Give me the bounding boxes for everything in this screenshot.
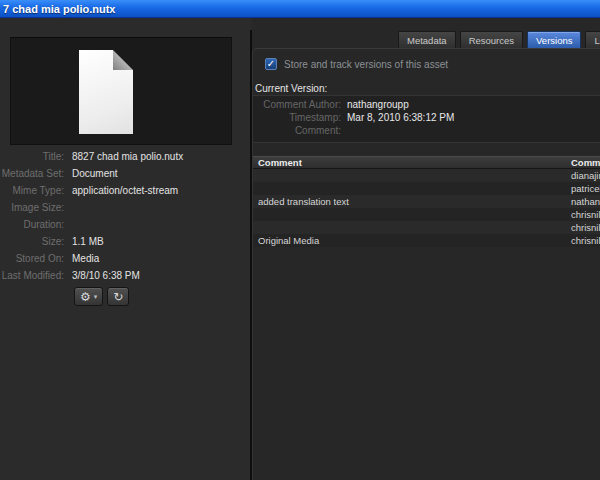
field-label: Size: <box>0 236 64 247</box>
versions-tab-content: ✓ Store and track versions of this asset… <box>252 48 600 480</box>
field-value: 8827 chad mia polio.nutx <box>72 151 183 162</box>
comment-label: Comment: <box>253 125 341 136</box>
timestamp-label: Timestamp: <box>253 112 341 123</box>
tab-resources[interactable]: Resources <box>460 31 523 48</box>
checkmark-icon: ✓ <box>267 59 275 69</box>
current-version-heading: Current Version: <box>255 83 327 94</box>
field-value: Media <box>72 253 99 264</box>
version-author: patriceb <box>571 183 600 194</box>
asset-actions: ⚙ ▾ ↻ <box>74 287 129 306</box>
field-title: Title: 8827 chad mia polio.nutx <box>0 148 250 165</box>
comment-author-label: Comment Author: <box>253 99 341 110</box>
comment-author-value: nathangroupp <box>347 99 409 110</box>
field-last-modified: Last Modified: 3/8/10 6:38 PM <box>0 267 250 284</box>
version-author: chrisnile <box>571 209 600 220</box>
gear-icon: ⚙ <box>80 290 91 304</box>
asset-summary-panel: Title: 8827 chad mia polio.nutx Metadata… <box>0 18 250 480</box>
field-value: Document <box>72 168 118 179</box>
page-fold-corner <box>113 50 133 70</box>
comment-author-row: Comment Author: nathangroupp <box>253 98 600 111</box>
track-versions-label: Store and track versions of this asset <box>284 59 448 70</box>
version-author: dianajime <box>571 170 600 181</box>
field-label: Image Size: <box>0 202 64 213</box>
versions-table: Comment Comment Author dianajime patrice… <box>253 156 600 247</box>
field-value: application/octet-stream <box>72 185 178 196</box>
comment-row: Comment: <box>253 124 600 137</box>
timestamp-row: Timestamp: Mar 8, 2010 6:38:12 PM <box>253 111 600 124</box>
version-row[interactable]: dianajime <box>253 169 600 182</box>
field-metadata-set: Metadata Set: Document <box>0 165 250 182</box>
document-icon <box>79 50 133 134</box>
column-header-comment-author[interactable]: Comment Author <box>571 157 600 168</box>
version-author: nathang <box>571 196 600 207</box>
metadata-summary: Title: 8827 chad mia polio.nutx Metadata… <box>0 148 250 284</box>
field-label: Last Modified: <box>0 270 64 281</box>
field-label: Duration: <box>0 219 64 230</box>
field-duration: Duration: <box>0 216 250 233</box>
version-comment: Original Media <box>253 235 571 246</box>
version-comment: added translation text <box>253 196 571 207</box>
current-version-box: Comment Author: nathangroupp Timestamp: … <box>253 95 600 143</box>
field-image-size: Image Size: <box>0 199 250 216</box>
asset-info-window: 7 chad mia polio.nutx Title: 8827 chad m… <box>0 0 600 480</box>
tab-versions[interactable]: Versions <box>527 31 581 48</box>
field-mime-type: Mime Type: application/octet-stream <box>0 182 250 199</box>
version-row[interactable]: chrisnile <box>253 208 600 221</box>
version-row[interactable]: patriceb <box>253 182 600 195</box>
column-header-comment[interactable]: Comment <box>253 157 571 168</box>
field-size: Size: 1.1 MB <box>0 233 250 250</box>
field-label: Title: <box>0 151 64 162</box>
version-row[interactable]: Original Media chrisnile <box>253 234 600 247</box>
chevron-down-icon: ▾ <box>94 293 98 301</box>
titlebar[interactable]: 7 chad mia polio.nutx <box>0 0 600 18</box>
field-stored-on: Stored On: Media <box>0 250 250 267</box>
version-author: chrisnile <box>571 235 600 246</box>
timestamp-value: Mar 8, 2010 6:38:12 PM <box>347 112 454 123</box>
track-versions-checkbox[interactable]: ✓ <box>265 58 277 70</box>
gear-menu-button[interactable]: ⚙ ▾ <box>74 287 103 306</box>
field-value: 3/8/10 6:38 PM <box>72 270 140 281</box>
refresh-button[interactable]: ↻ <box>107 287 129 306</box>
versions-table-header: Comment Comment Author <box>253 156 600 169</box>
tab-metadata[interactable]: Metadata <box>398 31 456 48</box>
field-label: Metadata Set: <box>0 168 64 179</box>
version-row[interactable]: added translation text nathang <box>253 195 600 208</box>
tab-bar: Metadata Resources Versions Locks <box>398 31 600 48</box>
window-body: Title: 8827 chad mia polio.nutx Metadata… <box>0 18 600 480</box>
field-value: 1.1 MB <box>72 236 104 247</box>
track-versions-row: ✓ Store and track versions of this asset <box>265 58 448 70</box>
refresh-icon: ↻ <box>113 290 123 304</box>
field-label: Mime Type: <box>0 185 64 196</box>
version-row[interactable]: chrisnile <box>253 221 600 234</box>
version-author: chrisnile <box>571 222 600 233</box>
tab-locks[interactable]: Locks <box>585 31 600 48</box>
field-label: Stored On: <box>0 253 64 264</box>
detail-panel: Metadata Resources Versions Locks ✓ Stor… <box>252 18 600 480</box>
window-title: 7 chad mia polio.nutx <box>3 3 115 15</box>
asset-preview <box>10 37 232 145</box>
